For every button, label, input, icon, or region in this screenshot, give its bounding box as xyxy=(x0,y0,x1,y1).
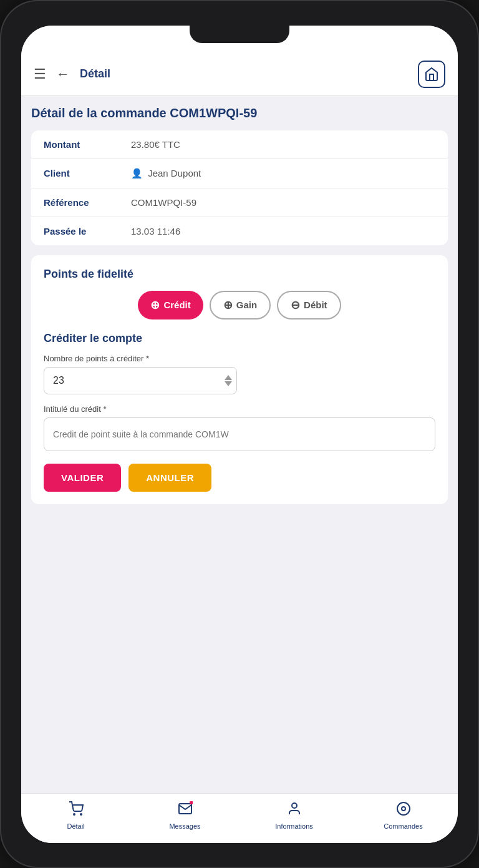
cart-icon xyxy=(69,801,84,820)
intitule-label: Intitulé du crédit * xyxy=(44,404,435,414)
back-icon[interactable]: ← xyxy=(56,66,70,82)
person-icon: 👤 xyxy=(131,168,143,178)
spinner-up-arrow[interactable] xyxy=(225,375,232,380)
svg-point-6 xyxy=(402,807,405,811)
client-label: Client xyxy=(44,168,131,178)
passee-le-row: Passée le 13.03 11:46 xyxy=(31,217,448,245)
points-spinner xyxy=(44,367,237,394)
reference-label: Référence xyxy=(44,197,131,208)
fidelity-title: Points de fidelité xyxy=(44,268,435,281)
svg-point-4 xyxy=(292,803,297,808)
credit-label: Crédit xyxy=(163,300,190,310)
header-title: Détail xyxy=(80,67,408,80)
svg-point-5 xyxy=(397,802,410,815)
minus-circle-icon: ⊖ xyxy=(291,298,300,312)
commandes-icon xyxy=(396,801,411,820)
phone-notch xyxy=(190,26,289,43)
nav-label-commandes: Commandes xyxy=(384,822,422,830)
points-label: Nombre de points à créditer * xyxy=(44,354,435,363)
credit-section: Créditer le compte Nombre de points à cr… xyxy=(44,332,435,492)
passee-le-value: 13.03 11:46 xyxy=(131,226,180,237)
phone-screen: ☰ ← Détail Détail de la commande COM1WPQ… xyxy=(21,26,458,843)
valider-button[interactable]: VALIDER xyxy=(44,464,121,492)
svg-point-0 xyxy=(74,814,75,815)
plus-circle-icon: ⊕ xyxy=(150,298,160,312)
nav-label-detail: Détail xyxy=(67,822,84,830)
nav-item-detail[interactable]: Détail xyxy=(21,794,130,843)
points-input-wrapper xyxy=(44,367,435,394)
nav-item-commandes[interactable]: Commandes xyxy=(349,794,458,843)
intitule-input[interactable] xyxy=(44,417,435,451)
credit-section-title: Créditer le compte xyxy=(44,332,435,345)
svg-point-1 xyxy=(80,814,82,815)
debit-button[interactable]: ⊖ Débit xyxy=(277,291,341,319)
gain-button[interactable]: ⊕ Gain xyxy=(210,291,271,319)
fidelity-card: Points de fidelité ⊕ Crédit ⊕ Gain ⊖ Déb… xyxy=(31,255,448,504)
mail-icon xyxy=(178,801,193,820)
gain-label: Gain xyxy=(236,300,257,310)
app-header: ☰ ← Détail xyxy=(21,53,458,96)
client-value: 👤 Jean Dupont xyxy=(131,168,201,179)
spinner-arrows xyxy=(225,375,232,386)
montant-label: Montant xyxy=(44,139,131,150)
action-buttons: VALIDER ANNULER xyxy=(44,464,435,492)
debit-label: Débit xyxy=(304,300,327,310)
reference-value: COM1WPQI-59 xyxy=(131,197,196,208)
bottom-nav: Détail Messages xyxy=(21,793,458,843)
annuler-button[interactable]: ANNULER xyxy=(128,464,211,492)
client-row: Client 👤 Jean Dupont xyxy=(31,159,448,188)
nav-item-messages[interactable]: Messages xyxy=(130,794,240,843)
credit-button[interactable]: ⊕ Crédit xyxy=(138,291,203,319)
menu-icon[interactable]: ☰ xyxy=(34,66,46,82)
nav-label-informations: Informations xyxy=(275,822,313,830)
montant-row: Montant 23.80€ TTC xyxy=(31,130,448,159)
reference-row: Référence COM1WPQI-59 xyxy=(31,188,448,217)
nav-item-informations[interactable]: Informations xyxy=(240,794,349,843)
nav-label-messages: Messages xyxy=(169,822,200,830)
passee-le-label: Passée le xyxy=(44,226,131,237)
phone-frame: ☰ ← Détail Détail de la commande COM1WPQ… xyxy=(0,0,479,868)
plus-circle-gain-icon: ⊕ xyxy=(223,298,233,312)
main-content: Détail de la commande COM1WPQI-59 Montan… xyxy=(21,96,458,793)
montant-value: 23.80€ TTC xyxy=(131,139,180,150)
spinner-down-arrow[interactable] xyxy=(225,381,232,386)
store-icon-button[interactable] xyxy=(418,61,445,88)
page-title: Détail de la commande COM1WPQI-59 xyxy=(31,106,448,120)
fidelity-buttons-group: ⊕ Crédit ⊕ Gain ⊖ Débit xyxy=(44,291,435,319)
order-details-card: Montant 23.80€ TTC Client 👤 Jean Dupont … xyxy=(31,130,448,245)
points-input[interactable] xyxy=(44,367,237,394)
person-nav-icon xyxy=(287,801,302,820)
